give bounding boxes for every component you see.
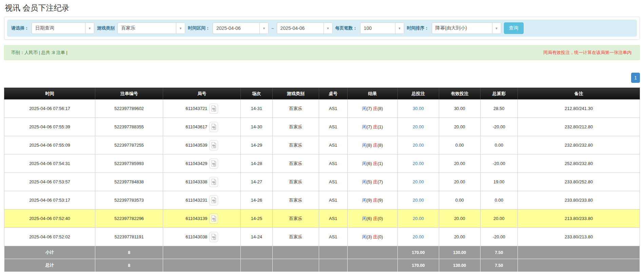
- cell-payout: 28.50: [480, 99, 518, 118]
- header-remark: 备注: [518, 88, 640, 99]
- result-player-score: (3): [367, 234, 372, 239]
- table-row: 2025-04-06 07:55:09 522397787255 6110435…: [4, 136, 640, 154]
- result-player-score: (5): [367, 179, 372, 184]
- header-valid-bet: 有效投注: [439, 88, 480, 99]
- total-bet-link[interactable]: 20.00: [413, 143, 424, 148]
- sort-select[interactable]: 降幂(由大到小) ▾: [432, 22, 501, 34]
- cell-total-bet: 20.00: [397, 191, 439, 209]
- cell-session: 14-30: [241, 118, 273, 136]
- cell-result: 闲(6) 庄(1): [347, 154, 397, 173]
- result-player-score: (7): [367, 124, 372, 129]
- cell-total-bet: 20.00: [397, 209, 439, 228]
- game-type-value: 百家乐: [118, 23, 176, 34]
- total-label: 总计: [4, 259, 95, 272]
- cell-table-no: AS1: [319, 118, 347, 136]
- cell-total-bet: 20.00: [397, 228, 439, 246]
- header-bet-id: 注单编号: [95, 88, 163, 99]
- query-type-select[interactable]: 日期查询 ▾: [32, 22, 94, 34]
- cell-round-id: 611043338: [163, 173, 241, 191]
- date-from-select[interactable]: 2025-04-06 ▾: [213, 22, 269, 34]
- result-banker-score: (9): [377, 198, 383, 203]
- cell-game-type: 百家乐: [272, 191, 319, 209]
- result-banker-score: (8): [377, 143, 383, 148]
- result-banker-score: (1): [377, 161, 383, 166]
- chevron-down-icon[interactable]: ▾: [176, 23, 185, 34]
- table-row: 2025-04-06 07:52:40 522397782296 6110431…: [4, 209, 640, 228]
- cell-valid-bet: 0.00: [439, 136, 480, 154]
- pagination-page-button[interactable]: 1: [631, 73, 640, 83]
- round-id-text: 611043539: [186, 143, 207, 148]
- cell-total-bet: 20.00: [397, 154, 439, 173]
- chevron-down-icon[interactable]: ▾: [85, 23, 94, 34]
- cell-round-id: 611043231: [163, 191, 241, 209]
- chevron-down-icon[interactable]: ▾: [492, 23, 501, 34]
- total-bet-link[interactable]: 20.00: [413, 161, 424, 166]
- total-count: 8: [95, 259, 163, 272]
- search-button[interactable]: 查询: [504, 22, 524, 34]
- header-table-no: 桌号: [319, 88, 347, 99]
- total-bet-link[interactable]: 20.00: [413, 179, 424, 184]
- cell-bet-id: 522397784838: [95, 173, 163, 191]
- cell-bet-id: 522397788355: [95, 118, 163, 136]
- chevron-down-icon[interactable]: ▾: [395, 23, 404, 34]
- cell-remark: 232.80/232.80: [518, 136, 640, 154]
- cell-game-type: 百家乐: [272, 173, 319, 191]
- cell-valid-bet: 0.00: [439, 191, 480, 209]
- sort-value: 降幂(由大到小): [432, 23, 492, 34]
- video-replay-icon[interactable]: [209, 122, 218, 132]
- total-bet-link[interactable]: 20.00: [413, 124, 424, 129]
- video-replay-icon[interactable]: [209, 232, 218, 242]
- total-bet-link[interactable]: 20.00: [413, 216, 424, 221]
- cell-bet-id: 522397787255: [95, 136, 163, 154]
- table-row: 2025-04-06 07:55:39 522397788355 6110436…: [4, 118, 640, 136]
- cell-session: 14-24: [241, 228, 273, 246]
- header-total-bet: 总投注: [397, 88, 439, 99]
- cell-valid-bet: 20.00: [439, 209, 480, 228]
- cell-session: 14-31: [241, 99, 273, 118]
- date-from-value: 2025-04-06: [213, 23, 259, 34]
- cell-time: 2025-04-06 07:52:02: [4, 228, 95, 246]
- cell-time: 2025-04-06 07:55:09: [4, 136, 95, 154]
- video-replay-icon[interactable]: [209, 214, 218, 224]
- result-banker-score: (1): [377, 124, 383, 129]
- cell-valid-bet: 20.00: [439, 173, 480, 191]
- cell-round-id: 611043721: [163, 99, 241, 118]
- total-bet-link[interactable]: 20.00: [413, 234, 424, 239]
- subtotal-payout: 7.50: [480, 246, 518, 259]
- round-id-text: 611043231: [186, 198, 207, 203]
- subtotal-valid-bet: 130.00: [439, 246, 480, 259]
- cell-valid-bet: 30.00: [439, 99, 480, 118]
- per-page-select[interactable]: 100 ▾: [360, 22, 404, 34]
- video-replay-icon[interactable]: [209, 177, 218, 187]
- table-row: 2025-04-06 07:52:02 522397781191 6110430…: [4, 228, 640, 246]
- cell-bet-id: 522397783573: [95, 191, 163, 209]
- summary-note: 同局有效投注，统一计算在该局第一张注单内: [543, 50, 633, 56]
- chevron-down-icon[interactable]: ▾: [324, 23, 332, 34]
- cell-table-no: AS1: [319, 228, 347, 246]
- date-to-select[interactable]: 2025-04-06 ▾: [277, 22, 333, 34]
- video-replay-icon[interactable]: [209, 159, 218, 169]
- per-page-label: 每页笔数：: [335, 25, 357, 31]
- cell-total-bet: 20.00: [397, 173, 439, 191]
- page: 视讯 会员下注纪录 请选择： 日期查询 ▾ 游戏类别 百家乐 ▾ 时间区间： 2…: [0, 0, 644, 272]
- total-bet-link[interactable]: 30.00: [413, 106, 424, 111]
- query-type-value: 日期查询: [32, 23, 85, 34]
- chevron-down-icon[interactable]: ▾: [259, 23, 268, 34]
- video-replay-icon[interactable]: [209, 195, 218, 205]
- header-round-id: 局号: [163, 88, 241, 99]
- cell-result: 闲(6) 庄(0): [347, 209, 397, 228]
- video-replay-icon[interactable]: [209, 140, 218, 150]
- video-replay-icon[interactable]: [209, 104, 218, 114]
- cell-table-no: AS1: [319, 136, 347, 154]
- cell-time: 2025-04-06 07:55:39: [4, 118, 95, 136]
- header-result: 结果: [347, 88, 397, 99]
- cell-round-id: 611043539: [163, 136, 241, 154]
- result-player-score: (8): [367, 143, 372, 148]
- cell-round-id: 611043139: [163, 209, 241, 228]
- cell-round-id: 611043617: [163, 118, 241, 136]
- pagination: 1: [4, 73, 640, 83]
- total-bet-link[interactable]: 20.00: [413, 198, 424, 203]
- result-player-label: 闲: [362, 143, 367, 148]
- game-type-select[interactable]: 百家乐 ▾: [117, 22, 185, 34]
- game-type-label: 游戏类别: [97, 25, 115, 31]
